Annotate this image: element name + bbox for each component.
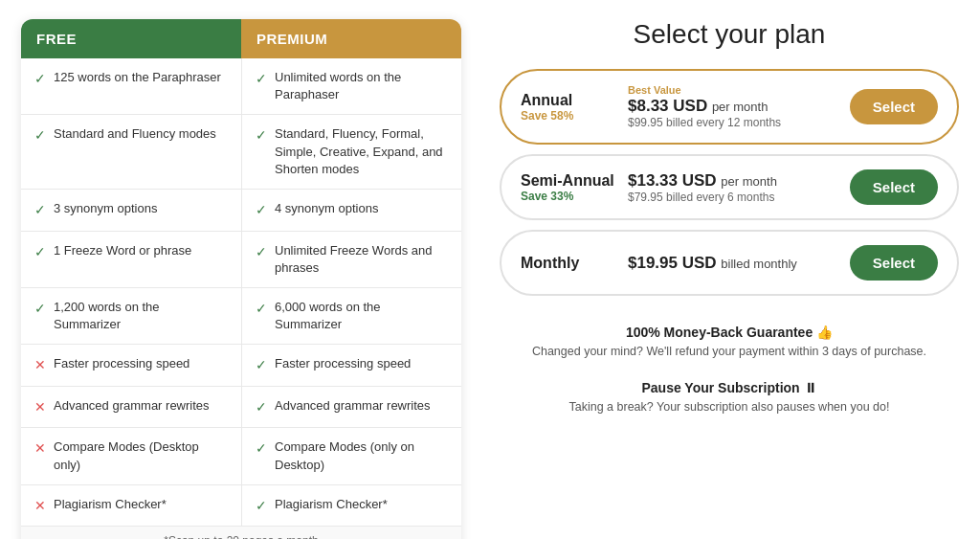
- free-cell-8: ✕Plagiarism Checker*: [21, 485, 241, 527]
- select-button-monthly[interactable]: Select: [850, 245, 938, 281]
- plan-save-label: Save 58%: [521, 109, 616, 123]
- premium-cell-1: ✓Standard, Fluency, Formal, Simple, Crea…: [241, 115, 461, 189]
- premium-cell-5: ✓Faster processing speed: [241, 345, 461, 386]
- free-cell-3: ✓1 Freeze Word or phrase: [21, 232, 241, 287]
- price-sub: $99.95 billed every 12 months: [628, 116, 838, 129]
- table-row: ✓3 synonym options✓4 synonym options: [21, 190, 461, 232]
- premium-header: PREMIUM: [241, 19, 461, 58]
- plan-cards: AnnualSave 58%Best Value$8.33 USD per mo…: [500, 69, 959, 305]
- plan-name: Semi-Annual: [521, 172, 616, 190]
- plan-card-monthly: Monthly$19.95 USD billed monthlySelect: [500, 230, 959, 296]
- panel-title: Select your plan: [500, 19, 959, 50]
- free-cell-1: ✓Standard and Fluency modes: [21, 115, 241, 189]
- guarantee-section: 100% Money-Back Guarantee 👍 Changed your…: [500, 325, 959, 361]
- premium-cell-6: ✓Advanced grammar rewrites: [241, 387, 461, 428]
- premium-cell-text: Plagiarism Checker*: [275, 496, 388, 513]
- plan-card-annual: AnnualSave 58%Best Value$8.33 USD per mo…: [500, 69, 959, 145]
- select-button-annual[interactable]: Select: [850, 89, 938, 124]
- check-icon: ✓: [34, 70, 46, 89]
- check-icon: ✓: [256, 70, 267, 89]
- check-icon: ✓: [34, 201, 46, 220]
- premium-cell-text: 6,000 words on the Summarizer: [275, 299, 448, 333]
- premium-cell-text: Advanced grammar rewrites: [275, 397, 431, 415]
- check-icon: ✓: [34, 300, 46, 319]
- premium-cell-7: ✓Compare Modes (only on Desktop): [241, 428, 461, 483]
- plan-name: Annual: [521, 92, 616, 109]
- free-cell-text: 1,200 words on the Summarizer: [54, 299, 228, 333]
- check-icon: ✓: [256, 126, 267, 146]
- free-cell-0: ✓125 words on the Paraphraser: [21, 58, 241, 114]
- free-cell-text: Compare Modes (Desktop only): [54, 438, 228, 473]
- free-cell-6: ✕Advanced grammar rewrites: [21, 387, 241, 428]
- pause-title: Pause Your Subscription ⏸: [500, 380, 959, 395]
- plan-price-block: Best Value$8.33 USD per month$99.95 bill…: [628, 84, 838, 129]
- plan-price: $8.33 USD per month: [628, 97, 838, 116]
- free-cell-text: Advanced grammar rewrites: [54, 397, 210, 415]
- free-cell-text: 1 Freeze Word or phrase: [54, 242, 191, 259]
- free-cell-text: 3 synonym options: [54, 200, 157, 217]
- premium-cell-text: Faster processing speed: [275, 355, 411, 372]
- price-period: per month: [721, 174, 777, 189]
- free-cell-4: ✓1,200 words on the Summarizer: [21, 288, 241, 344]
- check-icon: ✓: [256, 243, 267, 262]
- price-amount: $13.33 USD: [628, 171, 721, 190]
- check-icon: ✓: [256, 398, 267, 417]
- free-cell-text: Standard and Fluency modes: [54, 125, 216, 143]
- check-icon: ✓: [256, 300, 267, 319]
- table-footer: *Scan up to 20 pages a month: [21, 526, 461, 539]
- premium-cell-text: Compare Modes (only on Desktop): [275, 438, 448, 473]
- table-row: ✕Compare Modes (Desktop only)✓Compare Mo…: [21, 428, 461, 484]
- select-button-semi-annual[interactable]: Select: [850, 169, 938, 205]
- table-row: ✕Faster processing speed✓Faster processi…: [21, 345, 461, 387]
- premium-cell-text: Standard, Fluency, Formal, Simple, Creat…: [275, 125, 448, 178]
- table-row: ✓1,200 words on the Summarizer✓6,000 wor…: [21, 288, 461, 345]
- check-icon: ✓: [256, 356, 267, 375]
- premium-cell-3: ✓Unlimited Freeze Words and phrases: [241, 232, 461, 287]
- premium-cell-0: ✓Unlimited words on the Paraphaser: [241, 58, 461, 114]
- price-period: billed monthly: [721, 257, 797, 271]
- plan-price: $19.95 USD billed monthly: [628, 254, 838, 273]
- table-row: ✓1 Freeze Word or phrase✓Unlimited Freez…: [21, 232, 461, 288]
- plan-name: Monthly: [521, 255, 616, 272]
- x-icon: ✕: [34, 398, 46, 417]
- free-cell-7: ✕Compare Modes (Desktop only): [21, 428, 241, 483]
- check-icon: ✓: [34, 243, 46, 262]
- table-row: ✕Plagiarism Checker*✓Plagiarism Checker*: [21, 485, 461, 527]
- plan-card-semi-annual: Semi-AnnualSave 33%$13.33 USD per month$…: [500, 154, 959, 220]
- plan-name-block: Monthly: [521, 255, 616, 272]
- x-icon: ✕: [34, 439, 46, 459]
- plan-price-block: $13.33 USD per month$79.95 billed every …: [628, 171, 838, 204]
- table-header: FREE PREMIUM: [21, 19, 461, 58]
- price-sub: $79.95 billed every 6 months: [628, 191, 838, 204]
- main-container: FREE PREMIUM ✓125 words on the Paraphras…: [21, 19, 959, 539]
- check-icon: ✓: [256, 439, 267, 459]
- right-panel: Select your plan AnnualSave 58%Best Valu…: [500, 19, 959, 415]
- plan-name-block: AnnualSave 58%: [521, 92, 616, 123]
- x-icon: ✕: [34, 356, 46, 375]
- check-icon: ✓: [256, 201, 267, 220]
- plan-price-block: $19.95 USD billed monthly: [628, 254, 838, 273]
- free-cell-5: ✕Faster processing speed: [21, 345, 241, 386]
- guarantee-title: 100% Money-Back Guarantee 👍: [500, 325, 959, 340]
- plan-price: $13.33 USD per month: [628, 171, 838, 191]
- x-icon: ✕: [34, 497, 46, 516]
- premium-cell-text: Unlimited words on the Paraphaser: [275, 69, 448, 103]
- check-icon: ✓: [256, 497, 267, 516]
- pause-text: Taking a break? Your subscription also p…: [500, 399, 959, 416]
- premium-cell-text: 4 synonym options: [275, 200, 378, 217]
- premium-cell-text: Unlimited Freeze Words and phrases: [275, 242, 448, 277]
- free-cell-2: ✓3 synonym options: [21, 190, 241, 231]
- price-amount: $19.95 USD: [628, 254, 721, 272]
- free-cell-text: Plagiarism Checker*: [54, 496, 167, 513]
- free-cell-text: Faster processing speed: [54, 355, 189, 372]
- table-body: ✓125 words on the Paraphraser✓Unlimited …: [21, 58, 461, 526]
- plan-save-label: Save 33%: [521, 190, 616, 203]
- premium-cell-2: ✓4 synonym options: [241, 190, 461, 231]
- plan-name-block: Semi-AnnualSave 33%: [521, 172, 616, 203]
- price-period: per month: [712, 100, 768, 114]
- comparison-table: FREE PREMIUM ✓125 words on the Paraphras…: [21, 19, 461, 539]
- pause-section: Pause Your Subscription ⏸ Taking a break…: [500, 380, 959, 416]
- premium-cell-4: ✓6,000 words on the Summarizer: [241, 288, 461, 344]
- premium-cell-8: ✓Plagiarism Checker*: [241, 485, 461, 527]
- table-row: ✓Standard and Fluency modes✓Standard, Fl…: [21, 115, 461, 190]
